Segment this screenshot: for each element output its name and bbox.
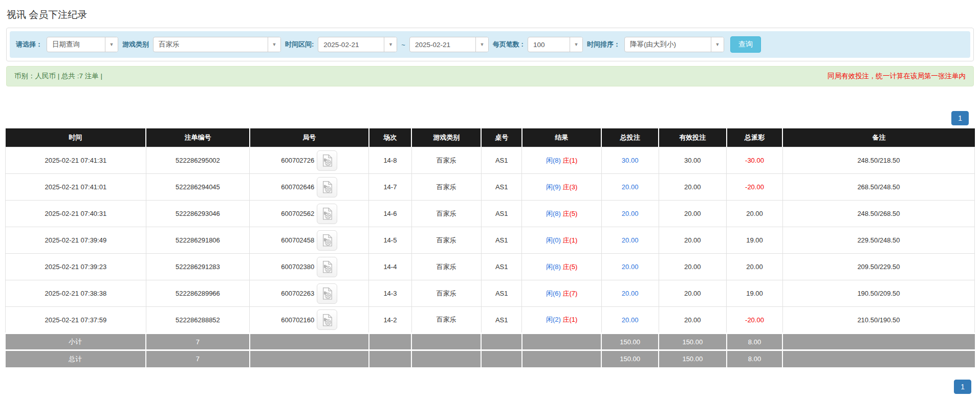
total-row-cell-10 [782,350,974,367]
video-record-button[interactable] [317,230,337,251]
date-from-select[interactable]: 2025-02-21 ▼ [318,37,397,52]
cell-payout: 20.00 [727,201,783,227]
round-number: 600702562 [281,210,314,217]
cell-session: 14-3 [369,280,411,307]
video-record-button[interactable] [317,150,337,171]
cell-game: 百家乐 [411,147,481,174]
cell-time: 2025-02-21 07:37:59 [6,307,146,334]
video-record-button[interactable] [317,177,337,197]
round-number: 600702726 [281,157,314,164]
cell-payout: 19.00 [727,227,783,254]
result-player: 闲(6) [546,290,561,297]
page-1-button[interactable]: 1 [954,380,971,394]
subtotal-row-cell-2 [250,334,369,350]
cell-valid-bet: 20.00 [659,174,727,201]
sort-order-select[interactable]: 降幂(由大到小) ▼ [624,37,724,52]
result-player: 闲(8) [546,263,561,271]
total-row-cell-3 [369,350,411,367]
cell-round-id: 600702562 [250,201,369,227]
total-bet-link[interactable]: 20.00 [622,316,639,324]
cell-table-no: AS1 [481,254,522,280]
video-file-icon [322,181,333,193]
subtotal-row-cell-3 [369,334,411,350]
result-banker: 庄(1) [562,316,577,323]
page-title: 视讯 会员下注纪录 [7,8,980,21]
video-file-icon [322,287,333,300]
cell-payout: -20.00 [727,174,783,201]
cell-time: 2025-02-21 07:38:38 [6,280,146,307]
cell-session: 14-6 [369,201,411,227]
cell-bet-id: 522286291806 [146,227,250,254]
result-banker: 庄(7) [562,290,577,297]
table-row: 2025-02-21 07:39:49522286291806600702458… [6,227,975,254]
cell-game: 百家乐 [411,227,481,254]
video-file-icon [322,260,333,273]
round-number: 600702263 [281,290,314,297]
cell-table-no: AS1 [481,147,522,174]
query-type-select[interactable]: 日期查询 ▼ [47,37,118,52]
video-record-button[interactable] [317,310,337,330]
cell-valid-bet: 20.00 [659,280,727,307]
cell-valid-bet: 30.00 [659,147,727,174]
cell-result: 闲(2) 庄(1) [522,307,601,334]
total-row-cell-0: 总计 [6,350,146,367]
search-button[interactable]: 查询 [730,36,761,53]
subtotal-row-cell-6 [522,334,601,350]
cell-round-id: 600702380 [250,254,369,280]
chevron-down-icon: ▼ [105,37,118,52]
pagination-bottom: 1 [0,380,971,394]
cell-game: 百家乐 [411,280,481,307]
total-bet-link[interactable]: 20.00 [622,236,639,244]
cell-valid-bet: 20.00 [659,201,727,227]
date-to-select[interactable]: 2025-02-21 ▼ [409,37,489,52]
video-record-button[interactable] [317,204,337,224]
cell-game: 百家乐 [411,254,481,280]
video-file-icon [322,314,333,326]
subtotal-row: 小计7150.00150.008.00 [6,334,975,350]
cell-time: 2025-02-21 07:40:31 [6,201,146,227]
total-row-cell-9: 8.00 [727,350,783,367]
chevron-down-icon: ▼ [570,37,582,52]
currency-total-text: 币别：人民币 | 总共 :7 注单 | [14,72,102,81]
column-header-4: 游戏类别 [411,128,481,147]
per-page-select[interactable]: 100 ▼ [528,37,583,52]
total-bet-link[interactable]: 20.00 [622,290,639,297]
column-header-1: 注单编号 [146,128,250,147]
result-player: 闲(0) [546,236,561,244]
cell-round-id: 600702458 [250,227,369,254]
cell-payout: 20.00 [727,254,783,280]
cell-session: 14-5 [369,227,411,254]
total-bet-link[interactable]: 30.00 [622,157,639,164]
cell-time: 2025-02-21 07:39:49 [6,227,146,254]
total-row: 总计7150.00150.008.00 [6,350,975,367]
column-header-8: 有效投注 [659,128,727,147]
cell-note: 210.50/190.50 [782,307,974,334]
filter-bar: 请选择： 日期查询 ▼ 游戏类别 百家乐 ▼ 时间区间: 2025-02-21 … [10,31,970,58]
cell-total-bet: 20.00 [601,254,659,280]
chevron-down-icon: ▼ [711,37,724,52]
cell-table-no: AS1 [481,201,522,227]
game-type-label: 游戏类别 [122,40,149,49]
video-record-button[interactable] [317,283,337,304]
total-bet-link[interactable]: 20.00 [622,263,639,271]
column-header-10: 备注 [782,128,974,147]
result-player: 闲(9) [546,183,561,191]
table-row: 2025-02-21 07:38:38522286289966600702263… [6,280,975,307]
sort-order-label: 时间排序： [587,40,620,49]
cell-note: 229.50/248.50 [782,227,974,254]
cell-session: 14-7 [369,174,411,201]
cell-result: 闲(8) 庄(5) [522,201,601,227]
total-bet-link[interactable]: 20.00 [622,210,639,217]
cell-round-id: 600702160 [250,307,369,334]
cell-round-id: 600702646 [250,174,369,201]
cell-total-bet: 20.00 [601,227,659,254]
page-1-button[interactable]: 1 [951,111,969,125]
video-record-button[interactable] [317,257,337,277]
game-type-select[interactable]: 百家乐 ▼ [153,37,281,52]
total-bet-link[interactable]: 20.00 [622,183,639,191]
cell-bet-id: 522286294045 [146,174,250,201]
cell-result: 闲(0) 庄(1) [522,227,601,254]
filter-panel: 请选择： 日期查询 ▼ 游戏类别 百家乐 ▼ 时间区间: 2025-02-21 … [6,28,974,61]
total-row-cell-1: 7 [146,350,250,367]
cell-total-bet: 20.00 [601,174,659,201]
